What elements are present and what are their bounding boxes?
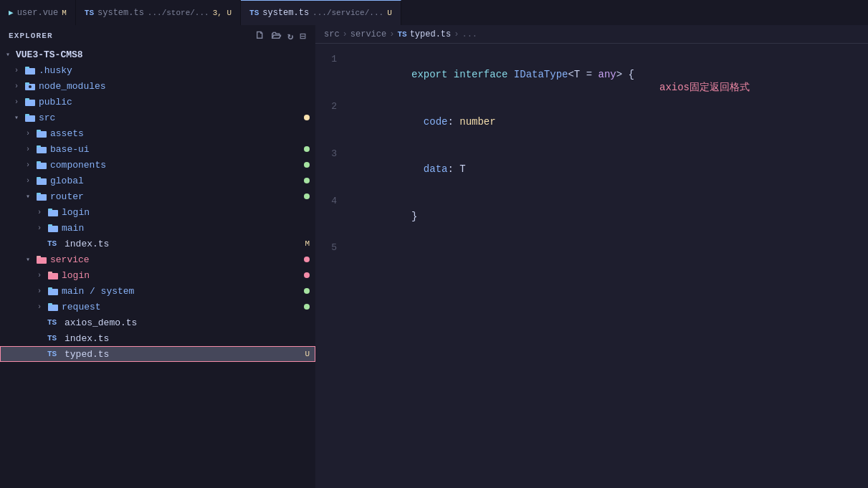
folder-open-icon bbox=[24, 112, 36, 123]
line-content: } bbox=[351, 193, 417, 240]
sidebar-item-router[interactable]: ▾ router bbox=[0, 188, 315, 204]
sidebar-item-assets[interactable]: › assets bbox=[0, 125, 315, 141]
item-label: axios_demo.ts bbox=[65, 317, 315, 328]
vue-icon: ▶ bbox=[9, 8, 14, 17]
svg-rect-5 bbox=[25, 100, 35, 106]
item-label: assets bbox=[50, 128, 315, 139]
sidebar-item-service-main[interactable]: › main / system bbox=[0, 283, 315, 299]
chevron-right-icon: › bbox=[14, 82, 24, 90]
sidebar-item-router-index[interactable]: › TS index.ts M bbox=[0, 236, 315, 252]
svg-rect-14 bbox=[37, 161, 41, 163]
item-label: typed.ts bbox=[65, 349, 305, 360]
ts-file-icon: TS bbox=[47, 334, 62, 343]
svg-point-4 bbox=[29, 85, 32, 88]
tab-badge: 3, U bbox=[213, 9, 232, 17]
folder-icon bbox=[47, 301, 59, 312]
bc-service: service bbox=[350, 29, 386, 39]
sidebar-item-axios-demo[interactable]: › TS axios_demo.ts bbox=[0, 315, 315, 330]
bc-dots: ... bbox=[462, 29, 477, 39]
status-dot bbox=[304, 146, 310, 152]
svg-rect-24 bbox=[37, 256, 41, 258]
tab-label: system.ts bbox=[262, 8, 309, 18]
sidebar-item-base-ui[interactable]: › base-ui bbox=[0, 141, 315, 157]
sidebar-item-global[interactable]: › global bbox=[0, 173, 315, 188]
folder-icon bbox=[47, 206, 59, 218]
new-folder-icon[interactable]: 🗁 bbox=[271, 30, 282, 42]
svg-rect-19 bbox=[48, 210, 58, 216]
sidebar-item-src[interactable]: ▾ src bbox=[0, 110, 315, 125]
tab-system-service[interactable]: TS system.ts .../service/... U bbox=[241, 0, 401, 25]
file-badge: U bbox=[305, 350, 310, 358]
folder-icon bbox=[47, 222, 59, 234]
svg-rect-15 bbox=[37, 178, 47, 185]
item-label: .husky bbox=[39, 65, 315, 76]
svg-rect-17 bbox=[37, 194, 47, 201]
tab-system-store[interactable]: TS system.ts .../store/... 3, U bbox=[76, 0, 241, 25]
folder-icon bbox=[24, 64, 36, 76]
sidebar-item-service-index[interactable]: › TS index.ts bbox=[0, 330, 315, 346]
chevron-right-icon: › bbox=[37, 303, 47, 311]
code-editor[interactable]: axios固定返回格式 1 export interface IDataType… bbox=[315, 44, 868, 488]
ts-file-icon: TS bbox=[47, 239, 62, 248]
bc-src: src bbox=[324, 29, 340, 39]
tab-badge: U bbox=[387, 9, 392, 17]
sidebar-header-icons: 🗋 🗁 ↻ ⊟ bbox=[254, 30, 307, 42]
svg-rect-21 bbox=[48, 226, 58, 232]
chevron-down-icon: ▾ bbox=[14, 113, 24, 122]
svg-rect-8 bbox=[25, 114, 29, 116]
line-content: export interface IDataType<T = any> { bbox=[351, 51, 634, 98]
sidebar-item-public[interactable]: › public bbox=[0, 94, 315, 110]
bc-sep: › bbox=[343, 29, 348, 39]
folder-icon bbox=[36, 175, 47, 186]
collapse-icon[interactable]: ⊟ bbox=[300, 30, 307, 42]
main-area: EXPLORER 🗋 🗁 ↻ ⊟ ▾ VUE3-TS-CMS8 › .husky bbox=[0, 25, 868, 488]
folder-icon bbox=[36, 128, 47, 139]
svg-rect-1 bbox=[25, 67, 29, 69]
sidebar-item-service[interactable]: ▾ service bbox=[0, 252, 315, 267]
chevron-right-icon: › bbox=[26, 177, 36, 185]
svg-rect-10 bbox=[37, 130, 41, 132]
folder-open-icon bbox=[36, 254, 47, 265]
svg-rect-6 bbox=[25, 98, 29, 100]
sidebar-item-husky[interactable]: › .husky bbox=[0, 62, 315, 78]
item-label: public bbox=[39, 97, 315, 107]
sidebar-item-typed-ts[interactable]: › TS typed.ts U bbox=[0, 346, 315, 362]
status-dot bbox=[304, 272, 310, 278]
file-badge: M bbox=[305, 239, 310, 248]
sidebar-item-router-main[interactable]: › main bbox=[0, 220, 315, 236]
line-number: 5 bbox=[315, 240, 351, 256]
svg-rect-26 bbox=[48, 272, 52, 274]
bc-sep: › bbox=[389, 29, 394, 39]
sidebar-content: ▾ VUE3-TS-CMS8 › .husky › node_modules ›… bbox=[0, 47, 315, 488]
status-dot bbox=[304, 193, 310, 199]
sidebar-item-components[interactable]: › components bbox=[0, 157, 315, 173]
project-title[interactable]: ▾ VUE3-TS-CMS8 bbox=[0, 47, 315, 62]
sidebar-item-service-login[interactable]: › login bbox=[0, 267, 315, 283]
new-file-icon[interactable]: 🗋 bbox=[254, 30, 265, 42]
svg-rect-29 bbox=[48, 305, 58, 311]
code-annotation: axios固定返回格式 bbox=[659, 81, 750, 94]
tabs-bar: ▶ user.vue M TS system.ts .../store/... … bbox=[0, 0, 868, 25]
item-label: login bbox=[62, 270, 304, 281]
chevron-right-icon: › bbox=[26, 161, 36, 169]
item-label: router bbox=[50, 191, 304, 202]
sidebar-item-service-request[interactable]: › request bbox=[0, 299, 315, 315]
line-content: data: T bbox=[351, 145, 466, 193]
item-label: service bbox=[50, 254, 304, 265]
line-content: code: number bbox=[351, 98, 496, 145]
ts-file-icon: TS bbox=[47, 318, 62, 327]
sidebar-item-router-login[interactable]: › login bbox=[0, 204, 315, 220]
tab-label: system.ts bbox=[97, 8, 144, 18]
bc-filename: typed.ts bbox=[410, 29, 452, 39]
chevron-down-icon: ▾ bbox=[26, 255, 36, 264]
tab-user-vue[interactable]: ▶ user.vue M bbox=[0, 0, 76, 25]
code-line-1: 1 export interface IDataType<T = any> { bbox=[315, 51, 868, 98]
chevron-right-icon: › bbox=[37, 209, 47, 216]
svg-rect-12 bbox=[37, 145, 41, 148]
sidebar-item-node-modules[interactable]: › node_modules bbox=[0, 78, 315, 94]
folder-open-icon bbox=[36, 191, 47, 202]
folder-icon bbox=[24, 80, 36, 92]
folder-icon bbox=[47, 269, 59, 281]
item-label: index.ts bbox=[65, 239, 305, 249]
refresh-icon[interactable]: ↻ bbox=[287, 30, 295, 42]
